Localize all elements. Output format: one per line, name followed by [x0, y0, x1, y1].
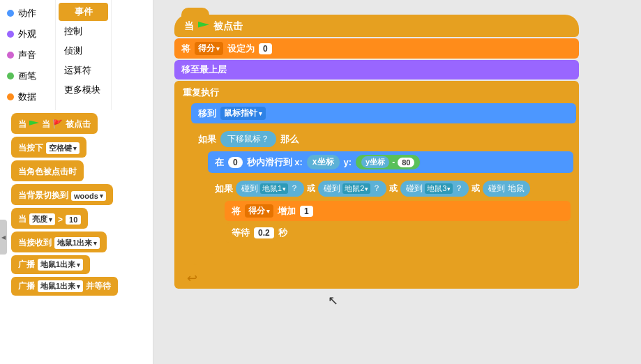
broadcast-dropdown[interactable]: 地鼠1出来▾ — [38, 259, 83, 271]
cat-looks[interactable]: 外观 — [1, 24, 54, 45]
block-when-flag[interactable]: 当 当 🚩 被点击 — [11, 113, 98, 134]
key-dropdown[interactable]: 空格键▾ — [46, 142, 80, 154]
score-var2-dropdown[interactable]: 得分▾ — [245, 204, 273, 218]
sensing-down-mouse[interactable]: 下移鼠标？ — [220, 131, 276, 147]
x-coord-block[interactable]: x坐标 — [307, 155, 340, 169]
touch3-q: ？ — [455, 183, 463, 195]
block-when-brightness[interactable]: 当 亮度▾ > 10 — [11, 208, 88, 229]
backdrop-text: 当背景切换到 — [18, 190, 68, 202]
canvas-if-touch-header[interactable]: 如果 碰到 地鼠1▾ ？ 或 — [211, 178, 571, 199]
receive-text: 当接收到 — [18, 237, 52, 249]
or1-text: 或 — [307, 183, 315, 195]
subcat-more[interactable]: 更多模块 — [59, 81, 108, 99]
cat-data[interactable]: 数据 — [1, 86, 54, 107]
y-label: y: — [344, 157, 352, 167]
block-broadcast-wait[interactable]: 广播 地鼠1出来▾ 并等待 — [11, 277, 118, 296]
set-score-text1: 将 — [181, 43, 190, 55]
subcat-events[interactable]: 事件 — [59, 3, 108, 21]
broadcast-wait-dropdown[interactable]: 地鼠1出来▾ — [38, 280, 83, 292]
canvas-flag-icon — [198, 22, 209, 31]
blocks-panel: ◀ 当 当 🚩 被点击 当按下 空格键▾ 当角色被点击 — [0, 110, 153, 364]
touch2-text: 碰到 — [324, 183, 340, 195]
canvas-if-touch-wrapper: 如果 碰到 地鼠1▾ ？ 或 — [208, 175, 573, 254]
broadcast-wait-text1: 广播 — [18, 280, 35, 292]
down-mouse-text: 下移鼠标？ — [227, 133, 269, 145]
or2-text: 或 — [389, 183, 398, 195]
brightness-value: 10 — [66, 215, 81, 225]
subcat-operators[interactable]: 运算符 — [59, 61, 108, 79]
then-label-1: 那么 — [280, 133, 299, 146]
set-text: 设定为 — [227, 43, 255, 55]
canvas-change-score[interactable]: 将 得分▾ 增加 1 — [225, 201, 571, 221]
touch1-dropdown[interactable]: 地鼠1▾ — [260, 183, 288, 194]
flag-icon-1 — [29, 121, 39, 129]
wait-value: 0.2 — [254, 227, 274, 238]
touch2-dropdown[interactable]: 地鼠2▾ — [342, 183, 370, 194]
touch2-q: ？ — [372, 183, 381, 195]
touch3-dropdown[interactable]: 地鼠3▾ — [425, 183, 453, 194]
touch-mole4[interactable]: 碰到 地鼠 — [483, 181, 529, 197]
canvas-flag-label: 被点击 — [213, 20, 243, 33]
sprite-clicked-text: 当角色被点击时 — [18, 166, 77, 178]
touch-mole3[interactable]: 碰到 地鼠3▾ ？ — [400, 181, 469, 197]
wait-text1: 等待 — [232, 227, 250, 239]
repeat-label: 重复执行 — [183, 86, 219, 99]
mouse-dropdown[interactable]: 鼠标指针▾ — [220, 107, 266, 120]
y-coord-expr[interactable]: y坐标 - 80 — [356, 155, 420, 169]
value-80: 80 — [398, 158, 414, 167]
or3-text: 或 — [472, 183, 480, 195]
backdrop-dropdown[interactable]: woods▾ — [71, 191, 106, 201]
touch4-text: 碰到 地鼠 — [488, 183, 524, 195]
touch-mole1[interactable]: 碰到 地鼠1▾ ？ — [236, 181, 304, 197]
change-text1: 将 — [232, 205, 241, 218]
glide-in-text: 在 — [215, 156, 224, 169]
touch1-q: ？ — [290, 183, 299, 195]
cursor-icon: ↖ — [328, 293, 338, 308]
canvas-move-mouse[interactable]: 移到 鼠标指针▾ — [191, 103, 576, 123]
brightness-gt: > — [58, 215, 63, 225]
set-value: 0 — [259, 43, 272, 54]
brightness-dropdown[interactable]: 亮度▾ — [29, 213, 55, 225]
cat-pen-label: 画笔 — [18, 70, 36, 82]
cat-motion-label: 动作 — [18, 7, 36, 20]
score-var-dropdown[interactable]: 得分▾ — [195, 42, 223, 55]
broadcast-text: 广播 — [18, 259, 35, 271]
cat-sound[interactable]: 声音 — [1, 45, 54, 66]
y-coord-block[interactable]: y坐标 — [361, 156, 389, 168]
cat-pen[interactable]: 画笔 — [1, 66, 54, 86]
canvas-go-front[interactable]: 移至最上层 — [174, 60, 579, 79]
canvas-set-score[interactable]: 将 得分▾ 设定为 0 — [174, 38, 579, 59]
when-key-text: 当按下 — [18, 142, 43, 154]
block-broadcast[interactable]: 广播 地鼠1出来▾ — [11, 255, 90, 274]
canvas-if-header[interactable]: 如果 下移鼠标？ 那么 — [194, 128, 573, 150]
cat-motion[interactable]: 动作 — [1, 3, 54, 24]
subcat-sensing[interactable]: 侦测 — [59, 42, 108, 60]
subcat-events-label: 事件 — [75, 6, 93, 17]
touch-mole2[interactable]: 碰到 地鼠2▾ ？ — [318, 181, 386, 197]
glide-time: 0 — [228, 157, 243, 168]
repeat-corner-icon: ↩ — [187, 271, 197, 286]
motion-dot — [7, 10, 14, 17]
go-front-text: 移至最上层 — [181, 63, 227, 76]
if-label-1: 如果 — [198, 133, 216, 146]
sound-dot — [7, 52, 14, 59]
canvas-wait[interactable]: 等待 0.2 秒 — [225, 223, 571, 243]
block-when-receive[interactable]: 当接收到 地鼠1出来▾ — [11, 232, 107, 252]
block-when-key[interactable]: 当按下 空格键▾ — [11, 137, 86, 158]
canvas-glide[interactable]: 在 0 秒内滑行到 x: x坐标 y: y坐标 - 80 — [208, 151, 573, 173]
canvas-area: 当 被点击 将 得分▾ 设定为 0 移至最上层 — [153, 0, 641, 364]
canvas-if-mouse-wrapper: 如果 下移鼠标？ 那么 — [191, 126, 576, 265]
receive-dropdown[interactable]: 地鼠1出来▾ — [54, 237, 100, 249]
broadcast-wait-text2: 并等待 — [86, 280, 111, 292]
canvas-when-flag[interactable]: 当 被点击 — [174, 15, 579, 37]
scroll-left-arrow[interactable]: ◀ — [0, 220, 7, 255]
canvas-repeat-header[interactable]: 重复执行 — [177, 84, 576, 102]
subcat-control[interactable]: 控制 — [59, 22, 108, 40]
cat-looks-label: 外观 — [18, 28, 36, 40]
change-value: 1 — [300, 206, 313, 217]
block-when-backdrop[interactable]: 当背景切换到 woods▾ — [11, 184, 113, 205]
cat-sound-label: 声音 — [18, 49, 36, 61]
block-when-sprite-clicked[interactable]: 当角色被点击时 — [11, 160, 84, 181]
subcat-sensing-label: 侦测 — [64, 45, 82, 56]
canvas-when-text: 当 — [184, 20, 194, 33]
